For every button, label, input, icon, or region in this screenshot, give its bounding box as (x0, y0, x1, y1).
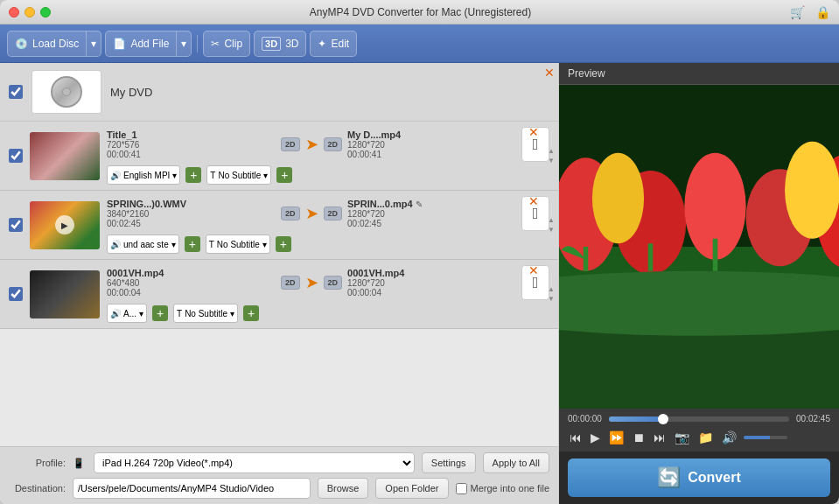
maximize-button[interactable] (40, 7, 51, 18)
video-3-checkbox[interactable] (9, 287, 23, 301)
video-2-duration: 00:02:45 (107, 219, 276, 228)
load-disc-button[interactable]: 💿 Load Disc (7, 31, 86, 57)
video-1-checkbox[interactable] (9, 149, 23, 163)
convert-button[interactable]: 🔄 Convert (568, 458, 830, 497)
subtitle-1-chevron: ▾ (263, 171, 268, 180)
title-bar: AnyMP4 DVD Converter for Mac (Unregister… (0, 0, 839, 24)
profile-select[interactable]: iPad H.264 720p Video(*.mp4) (94, 452, 415, 473)
cart-icon[interactable]: 🛒 (790, 5, 805, 19)
video-3-subtitle-row: 🔊 A... ▾ + T No Subtitle ▾ + (107, 304, 549, 323)
add-file-dropdown[interactable]: ▾ (176, 31, 192, 57)
dvd-checkbox[interactable] (9, 85, 23, 99)
video-1-audio-select[interactable]: 🔊 English MPI ▾ (107, 165, 180, 185)
bottom-bar: Profile: 📱 iPad H.264 720p Video(*.mp4) … (0, 446, 558, 504)
window-title: AnyMP4 DVD Converter for Mac (Unregister… (51, 6, 790, 18)
subtitle-icon-3: T (177, 309, 182, 318)
video-1-badge-2d: 2D (281, 137, 300, 151)
add-file-button[interactable]: 📄 Add File (105, 31, 176, 57)
video-2-close-button[interactable]: ✕ (528, 194, 539, 208)
title-icons: 🛒 🔒 (790, 5, 830, 19)
video-2-audio-add[interactable]: + (185, 236, 200, 252)
video-3-scroll-up[interactable]: ▲ (548, 285, 555, 293)
video-1-audio-add[interactable]: + (185, 167, 201, 183)
main-area: My DVD ✕ Title_1 720*576 00:00:41 (0, 63, 839, 504)
browse-button[interactable]: Browse (318, 478, 369, 499)
video-2-name: SPRING...)0.WMV (107, 199, 276, 209)
video-2-checkbox[interactable] (9, 218, 23, 232)
screenshot-button[interactable]: 📷 (673, 429, 691, 446)
video-2-thumb: ▶ (30, 201, 100, 249)
add-file-icon: 📄 (113, 38, 126, 50)
close-button[interactable] (9, 7, 19, 18)
svg-point-9 (592, 153, 644, 244)
video-3-audio-label: A... (123, 309, 136, 318)
clip-button[interactable]: ✂ Clip (203, 31, 250, 57)
video-2-audio-select[interactable]: 🔊 und aac ste ▾ (107, 234, 179, 254)
video-3-audio-add[interactable]: + (152, 305, 168, 321)
video-2-play-overlay[interactable]: ▶ (55, 215, 74, 234)
preview-header: Preview (559, 63, 839, 85)
traffic-lights (9, 7, 51, 18)
edit-button[interactable]: ✦ Edit (310, 31, 357, 57)
dvd-name: My DVD (110, 86, 152, 99)
progress-thumb[interactable] (658, 414, 668, 424)
convert-label: Convert (688, 470, 740, 486)
video-1-output-meta: My D....mp4 1280*720 00:00:41 (347, 130, 516, 159)
disc-icon: 💿 (15, 38, 28, 50)
video-1-close-button[interactable]: ✕ (528, 125, 539, 139)
convert-icon: 🔄 (657, 466, 681, 489)
progress-bar[interactable] (609, 416, 789, 422)
settings-button[interactable]: Settings (422, 452, 476, 473)
merge-checkbox[interactable] (456, 483, 467, 494)
video-1-subtitle-add[interactable]: + (276, 167, 292, 183)
open-button[interactable]: 📁 (696, 429, 715, 446)
video-3-badge-2d: 2D (281, 276, 300, 290)
apply-all-button[interactable]: Apply to All (483, 452, 549, 473)
volume-slider[interactable] (744, 436, 787, 439)
play-button[interactable]: ▶ (589, 429, 602, 446)
open-folder-button[interactable]: Open Folder (375, 478, 448, 499)
minimize-button[interactable] (24, 7, 35, 18)
dvd-disc-icon (51, 76, 82, 108)
volume-icon[interactable]: 🔊 (720, 429, 738, 446)
lock-icon[interactable]: 🔒 (815, 5, 830, 19)
preview-video (559, 85, 839, 409)
video-3-output-duration: 00:00:04 (347, 288, 516, 298)
destination-row: Destination: /Users/pele/Documents/AnyMP… (9, 478, 549, 499)
video-3-output-name: 0001VH.mp4 (347, 268, 516, 278)
video-1-scroll-down[interactable]: ▼ (548, 157, 555, 164)
3d-icon: 3D (262, 37, 281, 51)
skip-forward-button[interactable]: ⏭ (652, 429, 668, 446)
video-3-close-button[interactable]: ✕ (528, 263, 539, 277)
video-3-audio-select[interactable]: 🔊 A... ▾ (107, 304, 147, 323)
video-2-output-badge-2d: 2D (324, 206, 343, 220)
video-3-scroll-down[interactable]: ▼ (548, 295, 555, 303)
stop-button[interactable]: ⏹ (631, 429, 647, 446)
skip-back-button[interactable]: ⏮ (568, 429, 584, 446)
destination-input[interactable]: /Users/pele/Documents/AnyMP4 Studio/Vide… (73, 478, 311, 499)
3d-button[interactable]: 3D 3D (254, 31, 306, 57)
video-item-3: 0001VH.mp4 640*480 00:00:04 2D ➤ 2D 0001… (0, 260, 558, 329)
video-1-scroll-up[interactable]: ▲ (548, 147, 555, 155)
subtitle-icon-1: T (210, 171, 215, 180)
video-2-scroll-arrows: ▲ ▼ (548, 191, 555, 259)
ipad-icon: 📱 (73, 458, 85, 469)
video-1-scroll-arrows: ▲ ▼ (548, 122, 555, 190)
video-2-scroll-down[interactable]: ▼ (548, 226, 555, 234)
video-1-subtitle-select[interactable]: T No Subtitle ▾ (206, 165, 271, 185)
video-2-scroll-up[interactable]: ▲ (548, 216, 555, 224)
video-3-subtitle-add[interactable]: + (243, 305, 259, 321)
video-2-subtitle-add[interactable]: + (276, 236, 291, 252)
time-end: 00:02:45 (796, 414, 830, 424)
progress-fill (609, 416, 663, 422)
video-1-arrow-icon: ➤ (305, 135, 318, 154)
video-3-output-meta: 0001VH.mp4 1280*720 00:00:04 (347, 268, 516, 298)
video-2-subtitle-select[interactable]: T No Subtitle ▾ (206, 234, 270, 254)
video-1-output-duration: 00:00:41 (347, 150, 516, 159)
load-disc-split: 💿 Load Disc ▾ (7, 31, 101, 57)
video-3-name: 0001VH.mp4 (107, 268, 276, 278)
video-3-subtitle-select[interactable]: T No Subtitle ▾ (173, 304, 238, 323)
dvd-close-button[interactable]: ✕ (544, 66, 555, 79)
load-disc-dropdown[interactable]: ▾ (86, 31, 101, 57)
fast-forward-button[interactable]: ⏩ (607, 429, 626, 446)
